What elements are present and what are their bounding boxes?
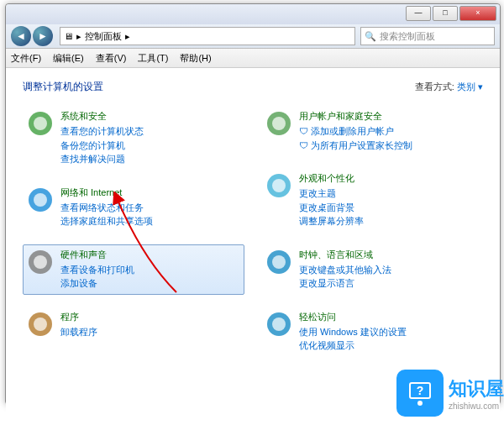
category-link[interactable]: 优化视频显示 [299, 338, 407, 353]
svg-text:?: ? [417, 384, 424, 397]
category-appearance: 外观和个性化更改主题更改桌面背景调整屏幕分辨率 [261, 168, 483, 233]
category-link[interactable]: 更改桌面背景 [299, 201, 364, 215]
menu-view[interactable]: 查看(V) [96, 52, 127, 65]
category-access: 轻松访问使用 Windows 建议的设置优化视频显示 [261, 307, 483, 357]
minimize-button[interactable]: — [406, 6, 431, 21]
breadcrumb-sep: ▸ [76, 31, 81, 42]
badge-icon: ? [396, 370, 444, 417]
window-controls: — □ × [404, 6, 496, 21]
svg-point-13 [272, 255, 286, 269]
close-button[interactable]: × [459, 6, 496, 21]
content-header: 调整计算机的设置 查看方式: 类别 ▾ [23, 80, 483, 94]
category-link[interactable]: 🛡 为所有用户设置家长控制 [299, 139, 412, 153]
category-title[interactable]: 硬件和声音 [60, 249, 134, 261]
svg-point-11 [272, 179, 286, 192]
menu-edit[interactable]: 编辑(E) [53, 52, 84, 65]
category-title[interactable]: 用户帐户和家庭安全 [299, 110, 412, 123]
back-button[interactable]: ◄ [11, 26, 31, 46]
category-shield: 系统和安全查看您的计算机状态备份您的计算机查找并解决问题 [23, 106, 244, 171]
left-column: 系统和安全查看您的计算机状态备份您的计算机查找并解决问题网络和 Internet… [23, 106, 244, 369]
svg-point-15 [272, 317, 286, 331]
address-bar: ◄ ► 🖥 ▸ 控制面板 ▸ 🔍 搜索控制面板 [6, 24, 500, 49]
shield-icon [27, 110, 54, 137]
svg-point-7 [34, 317, 47, 331]
menu-tools[interactable]: 工具(T) [138, 52, 168, 65]
category-users: 用户帐户和家庭安全🛡 添加或删除用户帐户🛡 为所有用户设置家长控制 [261, 106, 483, 156]
breadcrumb-text: 控制面板 [85, 30, 122, 43]
category-programs: 程序卸载程序 [23, 307, 244, 344]
category-hardware: 硬件和声音查看设备和打印机添加设备 [23, 244, 244, 295]
badge-text: 知识屋 zhishiwu.com [449, 376, 504, 411]
menu-help[interactable]: 帮助(H) [180, 52, 211, 65]
network-icon [27, 186, 54, 213]
programs-icon [27, 311, 54, 338]
category-link[interactable]: 添加设备 [60, 276, 134, 291]
category-clock: 时钟、语言和区域更改键盘或其他输入法更改显示语言 [261, 244, 483, 295]
svg-point-17 [417, 401, 423, 406]
forward-button[interactable]: ► [33, 26, 53, 46]
svg-point-9 [272, 117, 286, 130]
category-title[interactable]: 网络和 Internet [60, 186, 153, 199]
computer-icon: 🖥 [64, 31, 73, 41]
breadcrumb-sep: ▸ [125, 31, 130, 42]
search-placeholder: 搜索控制面板 [380, 30, 435, 43]
hardware-icon [27, 249, 54, 275]
category-link[interactable]: 调整屏幕分辨率 [299, 214, 364, 228]
view-dropdown[interactable]: 类别 ▾ [457, 81, 483, 92]
category-link[interactable]: 查看网络状态和任务 [60, 201, 153, 215]
category-title[interactable]: 系统和安全 [60, 110, 144, 123]
category-link[interactable]: 查找并解决问题 [60, 152, 144, 166]
svg-point-1 [34, 117, 47, 130]
category-title[interactable]: 程序 [60, 311, 97, 323]
svg-point-5 [34, 255, 47, 269]
users-icon [265, 110, 292, 137]
badge-name: 知识屋 [449, 376, 504, 401]
svg-point-3 [34, 193, 47, 207]
category-link[interactable]: 更改键盘或其他输入法 [299, 263, 391, 277]
breadcrumb[interactable]: 🖥 ▸ 控制面板 ▸ [60, 27, 355, 45]
category-link[interactable]: 查看您的计算机状态 [60, 124, 144, 139]
view-mode: 查看方式: 类别 ▾ [415, 81, 483, 93]
clock-icon [265, 249, 292, 275]
category-link[interactable]: 选择家庭组和共享选项 [60, 214, 153, 228]
category-link[interactable]: 使用 Windows 建议的设置 [299, 325, 407, 339]
menu-file[interactable]: 文件(F) [11, 52, 41, 65]
category-columns: 系统和安全查看您的计算机状态备份您的计算机查找并解决问题网络和 Internet… [23, 106, 483, 369]
category-link[interactable]: 🛡 添加或删除用户帐户 [299, 124, 412, 139]
category-link[interactable]: 卸载程序 [60, 325, 97, 339]
badge-url: zhishiwu.com [449, 401, 504, 411]
category-link[interactable]: 更改显示语言 [299, 276, 391, 291]
category-link[interactable]: 查看设备和打印机 [60, 263, 134, 277]
watermark-badge: ? 知识屋 zhishiwu.com [396, 370, 504, 417]
category-title[interactable]: 外观和个性化 [299, 172, 364, 185]
category-title[interactable]: 轻松访问 [299, 311, 407, 323]
right-column: 用户帐户和家庭安全🛡 添加或删除用户帐户🛡 为所有用户设置家长控制外观和个性化更… [261, 106, 483, 369]
search-input[interactable]: 🔍 搜索控制面板 [360, 27, 495, 45]
category-title[interactable]: 时钟、语言和区域 [299, 249, 391, 261]
titlebar: — □ × [6, 4, 500, 24]
page-title: 调整计算机的设置 [23, 80, 103, 94]
appearance-icon [265, 172, 292, 199]
menubar: 文件(F) 编辑(E) 查看(V) 工具(T) 帮助(H) [6, 49, 500, 68]
access-icon [265, 311, 292, 338]
category-link[interactable]: 备份您的计算机 [60, 139, 144, 153]
category-link[interactable]: 更改主题 [299, 186, 364, 201]
window: — □ × ◄ ► 🖥 ▸ 控制面板 ▸ 🔍 搜索控制面板 文件(F) 编辑(E… [5, 3, 501, 405]
search-icon: 🔍 [365, 31, 376, 42]
view-label: 查看方式: [415, 81, 454, 92]
maximize-button[interactable]: □ [433, 6, 458, 21]
category-network: 网络和 Internet查看网络状态和任务选择家庭组和共享选项 [23, 182, 244, 233]
